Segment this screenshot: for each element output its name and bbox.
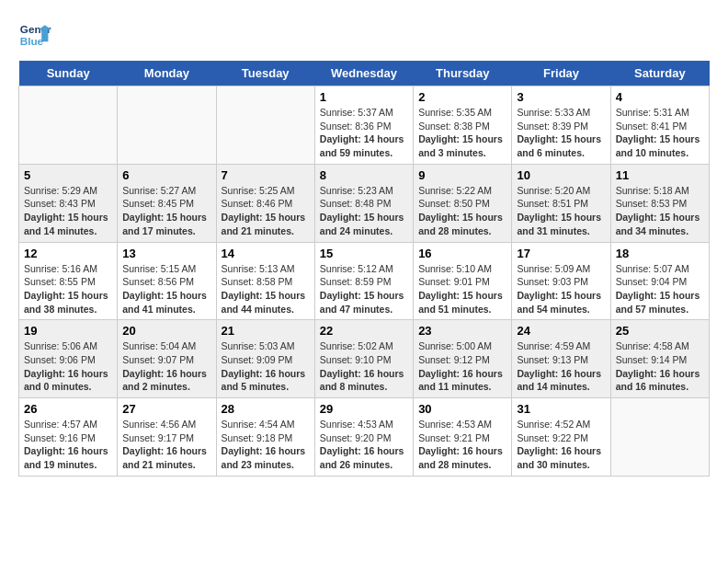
day-header-saturday: Saturday <box>610 61 709 86</box>
calendar-cell: 16Sunrise: 5:10 AMSunset: 9:01 PMDayligh… <box>414 242 512 320</box>
day-content: Sunrise: 5:37 AMSunset: 8:36 PMDaylight:… <box>320 106 408 160</box>
day-number: 16 <box>418 247 506 260</box>
day-header-thursday: Thursday <box>414 61 512 86</box>
day-content: Sunrise: 5:07 AMSunset: 9:04 PMDaylight:… <box>616 262 704 316</box>
calendar-cell <box>118 86 216 165</box>
day-number: 13 <box>122 247 210 260</box>
calendar-cell: 8Sunrise: 5:23 AMSunset: 8:48 PMDaylight… <box>314 164 413 242</box>
day-content: Sunrise: 5:09 AMSunset: 9:03 PMDaylight:… <box>517 262 605 316</box>
week-row-5: 26Sunrise: 4:57 AMSunset: 9:16 PMDayligh… <box>19 398 710 477</box>
day-content: Sunrise: 4:53 AMSunset: 9:20 PMDaylight:… <box>320 418 408 472</box>
day-number: 6 <box>122 168 210 182</box>
day-number: 14 <box>222 247 310 260</box>
calendar-cell: 7Sunrise: 5:25 AMSunset: 8:46 PMDaylight… <box>216 164 314 242</box>
calendar-cell: 6Sunrise: 5:27 AMSunset: 8:45 PMDaylight… <box>118 164 216 242</box>
week-row-1: 1Sunrise: 5:37 AMSunset: 8:36 PMDaylight… <box>19 86 710 165</box>
calendar-table: SundayMondayTuesdayWednesdayThursdayFrid… <box>18 61 710 477</box>
day-content: Sunrise: 5:35 AMSunset: 8:38 PMDaylight:… <box>418 106 506 160</box>
calendar-cell: 12Sunrise: 5:16 AMSunset: 8:55 PMDayligh… <box>19 242 118 320</box>
day-content: Sunrise: 5:02 AMSunset: 9:10 PMDaylight:… <box>320 339 408 394</box>
day-content: Sunrise: 4:52 AMSunset: 9:22 PMDaylight:… <box>517 418 605 472</box>
calendar-cell: 25Sunrise: 4:58 AMSunset: 9:14 PMDayligh… <box>610 320 709 398</box>
logo-icon: General Blue <box>18 18 51 52</box>
day-number: 11 <box>616 168 704 182</box>
day-content: Sunrise: 5:18 AMSunset: 8:53 PMDaylight:… <box>616 184 704 238</box>
day-content: Sunrise: 5:15 AMSunset: 8:56 PMDaylight:… <box>122 262 210 316</box>
calendar-cell: 18Sunrise: 5:07 AMSunset: 9:04 PMDayligh… <box>610 242 709 320</box>
day-number: 7 <box>222 168 310 182</box>
calendar-cell: 24Sunrise: 4:59 AMSunset: 9:13 PMDayligh… <box>512 320 610 398</box>
calendar-cell: 26Sunrise: 4:57 AMSunset: 9:16 PMDayligh… <box>19 398 118 477</box>
calendar-cell: 28Sunrise: 4:54 AMSunset: 9:18 PMDayligh… <box>216 398 314 477</box>
calendar-cell: 19Sunrise: 5:06 AMSunset: 9:06 PMDayligh… <box>19 320 118 398</box>
day-content: Sunrise: 4:58 AMSunset: 9:14 PMDaylight:… <box>616 339 704 394</box>
day-content: Sunrise: 5:06 AMSunset: 9:06 PMDaylight:… <box>24 339 112 394</box>
svg-text:Blue: Blue <box>20 35 44 47</box>
calendar-cell: 13Sunrise: 5:15 AMSunset: 8:56 PMDayligh… <box>118 242 216 320</box>
calendar-cell: 3Sunrise: 5:33 AMSunset: 8:39 PMDaylight… <box>512 86 610 165</box>
day-number: 8 <box>320 168 408 182</box>
day-number: 29 <box>320 402 408 416</box>
day-number: 20 <box>122 324 210 338</box>
day-number: 18 <box>616 247 704 260</box>
day-header-monday: Monday <box>118 61 216 86</box>
day-number: 21 <box>222 324 310 338</box>
day-content: Sunrise: 5:20 AMSunset: 8:51 PMDaylight:… <box>517 184 605 238</box>
day-number: 30 <box>418 402 506 416</box>
day-number: 25 <box>616 324 704 338</box>
calendar-cell: 30Sunrise: 4:53 AMSunset: 9:21 PMDayligh… <box>414 398 512 477</box>
calendar-cell: 15Sunrise: 5:12 AMSunset: 8:59 PMDayligh… <box>314 242 413 320</box>
calendar-cell: 10Sunrise: 5:20 AMSunset: 8:51 PMDayligh… <box>512 164 610 242</box>
days-header-row: SundayMondayTuesdayWednesdayThursdayFrid… <box>19 61 710 86</box>
calendar-cell: 17Sunrise: 5:09 AMSunset: 9:03 PMDayligh… <box>512 242 610 320</box>
week-row-2: 5Sunrise: 5:29 AMSunset: 8:43 PMDaylight… <box>19 164 710 242</box>
day-number: 1 <box>320 90 408 104</box>
week-row-3: 12Sunrise: 5:16 AMSunset: 8:55 PMDayligh… <box>19 242 710 320</box>
day-content: Sunrise: 5:12 AMSunset: 8:59 PMDaylight:… <box>320 262 408 316</box>
calendar-cell: 23Sunrise: 5:00 AMSunset: 9:12 PMDayligh… <box>414 320 512 398</box>
day-content: Sunrise: 5:16 AMSunset: 8:55 PMDaylight:… <box>24 262 112 316</box>
day-content: Sunrise: 4:59 AMSunset: 9:13 PMDaylight:… <box>517 339 605 394</box>
calendar-cell: 11Sunrise: 5:18 AMSunset: 8:53 PMDayligh… <box>610 164 709 242</box>
day-number: 9 <box>418 168 506 182</box>
day-content: Sunrise: 5:10 AMSunset: 9:01 PMDaylight:… <box>418 262 506 316</box>
day-content: Sunrise: 5:03 AMSunset: 9:09 PMDaylight:… <box>222 339 310 394</box>
logo: General Blue <box>18 18 57 52</box>
calendar-cell: 31Sunrise: 4:52 AMSunset: 9:22 PMDayligh… <box>512 398 610 477</box>
calendar-cell: 21Sunrise: 5:03 AMSunset: 9:09 PMDayligh… <box>216 320 314 398</box>
page-header: General Blue <box>18 18 710 52</box>
calendar-cell: 20Sunrise: 5:04 AMSunset: 9:07 PMDayligh… <box>118 320 216 398</box>
calendar-cell: 1Sunrise: 5:37 AMSunset: 8:36 PMDaylight… <box>314 86 413 165</box>
day-content: Sunrise: 5:13 AMSunset: 8:58 PMDaylight:… <box>222 262 310 316</box>
day-content: Sunrise: 5:27 AMSunset: 8:45 PMDaylight:… <box>122 184 210 238</box>
calendar-cell: 9Sunrise: 5:22 AMSunset: 8:50 PMDaylight… <box>414 164 512 242</box>
day-content: Sunrise: 5:25 AMSunset: 8:46 PMDaylight:… <box>222 184 310 238</box>
day-header-sunday: Sunday <box>19 61 118 86</box>
day-number: 12 <box>24 247 112 260</box>
day-number: 3 <box>517 90 605 104</box>
week-row-4: 19Sunrise: 5:06 AMSunset: 9:06 PMDayligh… <box>19 320 710 398</box>
day-content: Sunrise: 5:29 AMSunset: 8:43 PMDaylight:… <box>24 184 112 238</box>
calendar-cell: 4Sunrise: 5:31 AMSunset: 8:41 PMDaylight… <box>610 86 709 165</box>
calendar-cell <box>216 86 314 165</box>
day-content: Sunrise: 5:22 AMSunset: 8:50 PMDaylight:… <box>418 184 506 238</box>
day-number: 4 <box>616 90 704 104</box>
day-content: Sunrise: 5:31 AMSunset: 8:41 PMDaylight:… <box>616 106 704 160</box>
day-number: 23 <box>418 324 506 338</box>
day-content: Sunrise: 5:04 AMSunset: 9:07 PMDaylight:… <box>122 339 210 394</box>
day-content: Sunrise: 4:56 AMSunset: 9:17 PMDaylight:… <box>122 418 210 472</box>
day-content: Sunrise: 5:00 AMSunset: 9:12 PMDaylight:… <box>418 339 506 394</box>
calendar-cell <box>610 398 709 477</box>
day-content: Sunrise: 4:54 AMSunset: 9:18 PMDaylight:… <box>222 418 310 472</box>
day-content: Sunrise: 5:33 AMSunset: 8:39 PMDaylight:… <box>517 106 605 160</box>
day-content: Sunrise: 4:53 AMSunset: 9:21 PMDaylight:… <box>418 418 506 472</box>
day-number: 10 <box>517 168 605 182</box>
calendar-cell <box>19 86 118 165</box>
calendar-cell: 27Sunrise: 4:56 AMSunset: 9:17 PMDayligh… <box>118 398 216 477</box>
day-header-wednesday: Wednesday <box>314 61 413 86</box>
day-number: 2 <box>418 90 506 104</box>
day-number: 28 <box>222 402 310 416</box>
day-number: 15 <box>320 247 408 260</box>
day-header-friday: Friday <box>512 61 610 86</box>
calendar-cell: 22Sunrise: 5:02 AMSunset: 9:10 PMDayligh… <box>314 320 413 398</box>
